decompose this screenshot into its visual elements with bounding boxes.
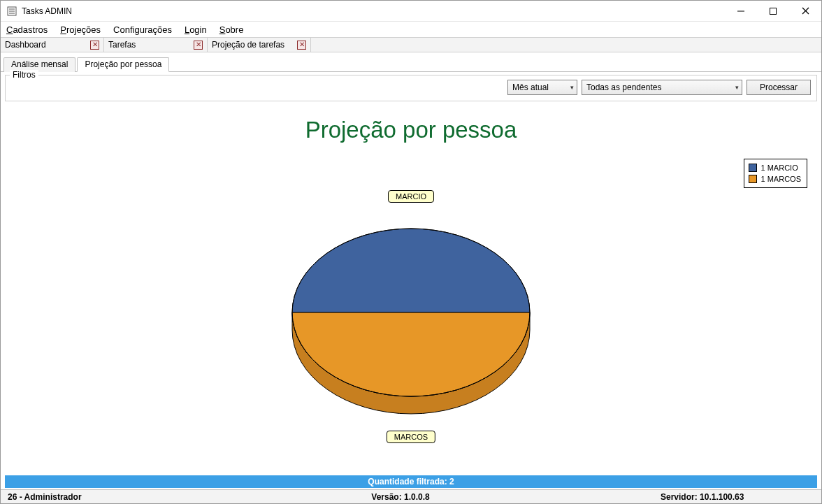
- window-title: Tasks ADMIN: [22, 6, 72, 16]
- process-button[interactable]: Processar: [747, 80, 811, 95]
- period-combo[interactable]: Mês atual ▾: [507, 80, 577, 95]
- summary-text: Quantidade filtrada: 2: [368, 477, 454, 487]
- doc-tab-label: Dashboard: [5, 40, 46, 50]
- status-version: Versão: 1.0.0.8: [364, 492, 436, 502]
- menu-bar: Cadastros Projeções Configurações Login …: [1, 22, 821, 37]
- menu-cadastros[interactable]: Cadastros: [5, 22, 49, 37]
- close-tab-icon[interactable]: ✕: [194, 41, 203, 50]
- slice-label-bottom: MARCOS: [387, 431, 435, 443]
- chart-area: Projeção por pessoa 1 MARCIO 1 MARCOS MA…: [5, 103, 817, 475]
- doc-tab-label: Tarefas: [108, 40, 136, 50]
- filters-panel: Filtros Mês atual ▾ Todas as pendentes ▾…: [5, 75, 817, 101]
- sub-tab-projecao-por-pessoa[interactable]: Projeção por pessoa: [77, 57, 169, 72]
- menu-configuracoes[interactable]: Configurações: [112, 22, 173, 37]
- doc-tab-projecao-tarefas[interactable]: Projeção de tarefas ✕: [208, 38, 311, 52]
- status-combo-value: Todas as pendentes: [586, 82, 661, 92]
- legend-label: 1 MARCIO: [761, 164, 798, 172]
- legend-item: 1 MARCOS: [749, 173, 801, 185]
- sub-tab-label: Análise mensal: [11, 59, 68, 69]
- document-tabs: Dashboard ✕ Tarefas ✕ Projeção de tarefa…: [1, 37, 821, 52]
- close-tab-icon[interactable]: ✕: [297, 41, 306, 50]
- status-bar: 26 - Administrador Versão: 1.0.0.8 Servi…: [1, 489, 821, 503]
- filters-legend: Filtros: [10, 70, 38, 80]
- doc-tab-label: Projeção de tarefas: [212, 40, 284, 50]
- legend-item: 1 MARCIO: [749, 162, 801, 173]
- legend-swatch-icon: [749, 164, 757, 172]
- chevron-down-icon: ▾: [735, 84, 739, 91]
- pie-chart: MARCIO MARCOS: [285, 211, 537, 435]
- title-bar: Tasks ADMIN: [1, 1, 821, 22]
- doc-tab-tarefas[interactable]: Tarefas ✕: [104, 38, 208, 52]
- chart-title: Projeção por pessoa: [5, 117, 817, 143]
- process-button-label: Processar: [760, 82, 798, 92]
- status-user: 26 - Administrador: [1, 492, 147, 502]
- sub-tab-container: Análise mensal Projeção por pessoa: [1, 52, 821, 72]
- pie-svg: [285, 211, 537, 435]
- summary-bar: Quantidade filtrada: 2: [5, 475, 817, 488]
- chevron-down-icon: ▾: [570, 84, 574, 91]
- close-tab-icon[interactable]: ✕: [90, 41, 99, 50]
- period-combo-value: Mês atual: [512, 82, 549, 92]
- status-server: Servidor: 10.1.100.63: [654, 492, 821, 502]
- status-combo[interactable]: Todas as pendentes ▾: [582, 80, 742, 95]
- sub-tab-label: Projeção por pessoa: [85, 59, 161, 69]
- svg-rect-5: [770, 8, 777, 14]
- doc-tab-dashboard[interactable]: Dashboard ✕: [1, 38, 104, 52]
- slice-label-top: MARCIO: [388, 190, 434, 203]
- chart-legend: 1 MARCIO 1 MARCOS: [744, 159, 807, 188]
- close-button[interactable]: [789, 1, 821, 22]
- legend-label: 1 MARCOS: [761, 175, 801, 183]
- app-icon: [6, 6, 17, 17]
- minimize-button[interactable]: [725, 1, 757, 22]
- menu-sobre[interactable]: Sobre: [218, 22, 245, 37]
- maximize-button[interactable]: [757, 1, 789, 22]
- menu-projecoes[interactable]: Projeções: [59, 22, 102, 37]
- menu-login[interactable]: Login: [183, 22, 208, 37]
- legend-swatch-icon: [749, 175, 757, 183]
